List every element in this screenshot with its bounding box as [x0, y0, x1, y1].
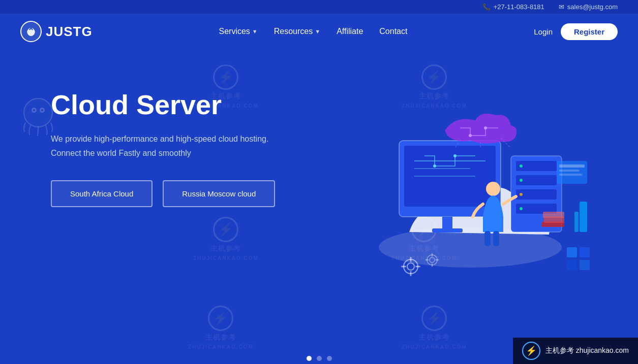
hero-content: Cloud Server We provide high-performance…: [51, 70, 315, 207]
svg-rect-51: [574, 212, 579, 232]
svg-point-31: [407, 263, 414, 270]
hero-section: ⚡ 主机参考 ZHUJICANKAO.COM ⚡ 主机参考 ZHUJICANKA…: [0, 49, 638, 364]
svg-rect-54: [543, 212, 564, 218]
svg-point-4: [33, 109, 35, 111]
slide-dot-1[interactable]: [307, 356, 312, 361]
hero-buttons: South Africa Cloud Russia Moscow cloud: [51, 180, 315, 207]
svg-rect-47: [580, 247, 590, 257]
watermark-6: ⚡ 主机参考 ZHUJICANKAO.COM: [188, 306, 254, 350]
svg-rect-26: [484, 231, 491, 246]
svg-rect-48: [567, 260, 577, 270]
phone-icon: 📞: [482, 3, 491, 11]
logo-text: JUSTG: [46, 24, 93, 40]
slide-dot-2[interactable]: [317, 356, 322, 361]
svg-point-25: [486, 182, 500, 196]
svg-point-24: [520, 207, 523, 210]
south-africa-cloud-button[interactable]: South Africa Cloud: [51, 180, 153, 207]
logo[interactable]: JUSTG: [20, 21, 93, 42]
svg-point-21: [520, 164, 523, 168]
svg-point-22: [520, 179, 523, 182]
nav-contact[interactable]: Contact: [379, 27, 407, 36]
svg-point-28: [469, 134, 472, 137]
watermark-icon: ⚡: [522, 342, 540, 360]
russia-moscow-cloud-button[interactable]: Russia Moscow cloud: [163, 180, 275, 207]
hero-description: We provide high-performance and high-spe…: [51, 132, 285, 159]
nav-resources[interactable]: Resources ▼: [274, 27, 320, 36]
email-address: sales@justg.com: [567, 3, 618, 11]
watermark-text: 主机参考 zhujicankao.com: [545, 346, 629, 355]
watermark-4: ⚡ 主机参考 ZHUJICANKAO.COM: [193, 217, 259, 261]
svg-point-5: [41, 109, 43, 111]
topbar-phone: 📞 +27-11-083-8181: [482, 3, 544, 11]
nav-affiliate[interactable]: Affiliate: [337, 27, 363, 36]
resources-dropdown-arrow: ▼: [315, 28, 320, 35]
topbar: 📞 +27-11-083-8181 ✉ sales@justg.com: [0, 0, 638, 14]
svg-rect-27: [493, 231, 499, 246]
services-dropdown-arrow: ▼: [252, 28, 258, 35]
topbar-email: ✉ sales@justg.com: [559, 3, 618, 11]
hero-illustration: [343, 59, 597, 313]
svg-rect-46: [567, 247, 577, 257]
svg-rect-44: [559, 170, 580, 172]
svg-rect-14: [442, 217, 452, 229]
cloud-server-illustration: [343, 59, 597, 283]
svg-rect-43: [559, 164, 585, 168]
navbar: JUSTG Services ▼ Resources ▼ Affiliate C…: [0, 14, 638, 49]
bottom-watermark: ⚡ 主机参考 zhujicankao.com: [513, 338, 638, 364]
svg-point-12: [433, 164, 436, 168]
nav-services[interactable]: Services ▼: [219, 27, 258, 36]
svg-point-13: [453, 154, 457, 157]
svg-rect-45: [559, 174, 582, 176]
svg-point-1: [24, 98, 52, 127]
register-button[interactable]: Register: [561, 23, 618, 40]
svg-point-23: [520, 193, 523, 196]
svg-rect-50: [580, 202, 587, 232]
nav-links: Services ▼ Resources ▼ Affiliate Contact: [219, 27, 408, 36]
nav-actions: Login Register: [534, 23, 618, 40]
slide-dots: [307, 356, 332, 361]
svg-rect-42: [557, 161, 587, 184]
svg-rect-49: [580, 260, 590, 270]
slide-dot-3[interactable]: [327, 356, 332, 361]
login-button[interactable]: Login: [534, 27, 553, 36]
logo-icon: [20, 21, 42, 42]
svg-rect-15: [432, 228, 463, 233]
email-icon: ✉: [559, 3, 564, 11]
hero-title: Cloud Server: [51, 90, 315, 120]
svg-point-29: [484, 126, 487, 129]
phone-number: +27-11-083-8181: [494, 3, 544, 11]
